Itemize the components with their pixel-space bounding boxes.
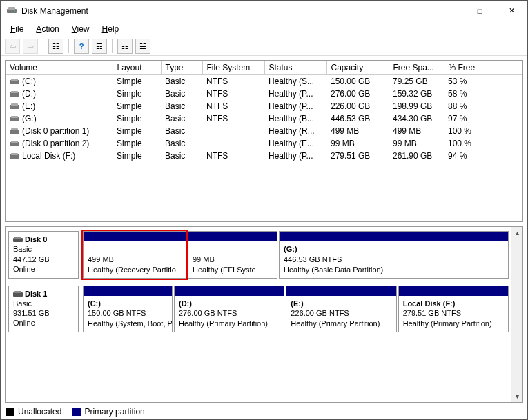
cell-free: 499 MB [389,125,444,137]
menu-help[interactable]: Help [97,23,125,35]
content-area: Volume Layout Type File System Status Ca… [1,56,527,403]
volume-icon [10,91,19,98]
volume-icon [10,103,19,110]
menu-file[interactable]: File [5,23,29,35]
toolbar-grid-icon[interactable]: ☷ [48,39,63,54]
volume-list[interactable]: Volume Layout Type File System Status Ca… [5,60,523,222]
legend: Unallocated Primary partition [1,403,527,419]
cell-type: Basic [161,150,202,162]
partition-size: 226.00 GB NTFS [291,308,391,319]
table-row[interactable]: (C:)SimpleBasicNTFSHealthy (S...150.00 G… [6,75,522,88]
minimize-button[interactable]: – [432,1,464,21]
titlebar[interactable]: Disk Management – □ ✕ [1,1,527,21]
col-capacity[interactable]: Capacity [326,61,389,75]
partition-label: (D:) [179,299,280,309]
toolbar-properties-icon[interactable]: ☱ [135,39,150,54]
cell-status: Healthy (P... [264,100,326,112]
cell-capacity: 99 MB [326,137,389,150]
scroll-down-icon[interactable]: ▾ [511,390,522,402]
col-pct[interactable]: % Free [444,61,522,75]
menubar: File Action View Help [1,21,527,37]
cell-free: 434.30 GB [389,112,444,125]
partition-size: 279.51 GB NTFS [403,308,504,319]
column-header-row[interactable]: Volume Layout Type File System Status Ca… [6,61,522,75]
col-fs[interactable]: File System [202,61,264,75]
col-status[interactable]: Status [264,61,326,75]
toolbar-list-icon[interactable]: ☶ [92,39,107,54]
partition-size: 99 MB [193,254,273,265]
cell-layout: Simple [113,75,161,88]
help-icon[interactable]: ? [74,39,89,54]
cell-layout: Simple [113,100,161,112]
cell-pct: 58 % [444,88,522,100]
cell-pct: 88 % [444,100,522,112]
cell-layout: Simple [113,112,161,125]
partition[interactable]: 99 MBHealthy (EFI Syste [188,231,277,279]
col-layout[interactable]: Layout [113,61,161,75]
cell-type: Basic [161,100,202,112]
back-button[interactable]: ⇦ [5,39,20,54]
forward-button[interactable]: ⇨ [23,39,38,54]
graphical-view: Disk 0Basic447.12 GBOnline 499 MBHealthy… [5,226,523,403]
table-row[interactable]: Local Disk (F:)SimpleBasicNTFSHealthy (P… [6,150,522,162]
cell-capacity: 276.00 GB [326,88,389,100]
legend-unallocated: Unallocated [6,407,61,417]
cell-layout: Simple [113,137,161,150]
cell-capacity: 446.53 GB [326,112,389,125]
window-title: Disk Management [21,6,88,16]
partition-bar [84,232,186,241]
cell-pct: 94 % [444,150,522,162]
cell-free: 99 MB [389,137,444,150]
cell-capacity: 150.00 GB [326,75,389,88]
partition-bar [175,286,284,296]
volume-icon [10,79,19,86]
disk-header[interactable]: Disk 1Basic931.51 GBOnline [8,286,79,333]
partition[interactable]: (C:)150.00 GB NTFSHealthy (System, Boot,… [83,286,173,333]
cell-status: Healthy (E... [264,137,326,150]
volume-name: (E:) [22,101,35,111]
partition[interactable]: 499 MBHealthy (Recovery Partitio [83,231,186,279]
volume-name: (C:) [22,77,36,86]
cell-capacity: 226.00 GB [326,100,389,112]
partition-desc: Healthy (Basic Data Partition) [284,265,504,275]
col-volume[interactable]: Volume [6,61,113,75]
partition-bar [399,286,508,296]
menu-view[interactable]: View [66,23,95,35]
cell-status: Healthy (S... [264,75,326,88]
cell-free: 198.99 GB [389,100,444,112]
volume-name: (Disk 0 partition 1) [22,126,89,136]
table-row[interactable]: (E:)SimpleBasicNTFSHealthy (P...226.00 G… [6,100,522,112]
partition[interactable]: (G:)446.53 GB NTFSHealthy (Basic Data Pa… [279,231,509,279]
toolbar-refresh-icon[interactable]: ⚏ [117,39,133,54]
cell-fs: NTFS [202,112,264,125]
scroll-up-icon[interactable]: ▴ [511,227,522,239]
menu-action[interactable]: Action [30,23,64,35]
maximize-button[interactable]: □ [464,1,496,21]
table-row[interactable]: (G:)SimpleBasicNTFSHealthy (B...446.53 G… [6,112,522,125]
cell-fs [202,125,264,137]
table-row[interactable]: (Disk 0 partition 2)SimpleBasicHealthy (… [6,137,522,150]
cell-status: Healthy (R... [264,125,326,137]
col-type[interactable]: Type [161,61,202,75]
partition[interactable]: (E:)226.00 GB NTFSHealthy (Primary Parti… [286,286,396,333]
cell-pct: 100 % [444,137,522,150]
cell-status: Healthy (P... [264,88,326,100]
app-icon [6,6,17,17]
cell-free: 261.90 GB [389,150,444,162]
cell-type: Basic [161,125,202,137]
col-free[interactable]: Free Spa... [389,61,444,75]
volume-name: (D:) [22,89,36,99]
table-row[interactable]: (Disk 0 partition 1)SimpleBasicHealthy (… [6,125,522,137]
table-row[interactable]: (D:)SimpleBasicNTFSHealthy (P...276.00 G… [6,88,522,100]
partition-size: 499 MB [88,254,182,265]
close-button[interactable]: ✕ [496,1,527,21]
partition-label: Local Disk (F:) [403,299,504,309]
cell-free: 159.32 GB [389,88,444,100]
partition[interactable]: (D:)276.00 GB NTFSHealthy (Primary Parti… [174,286,284,333]
cell-fs: NTFS [202,75,264,88]
partition[interactable]: Local Disk (F:)279.51 GB NTFSHealthy (Pr… [398,286,509,333]
volume-name: Local Disk (F:) [22,151,75,161]
cell-layout: Simple [113,88,161,100]
scrollbar[interactable]: ▴ ▾ [511,227,522,402]
disk-header[interactable]: Disk 0Basic447.12 GBOnline [8,231,79,279]
